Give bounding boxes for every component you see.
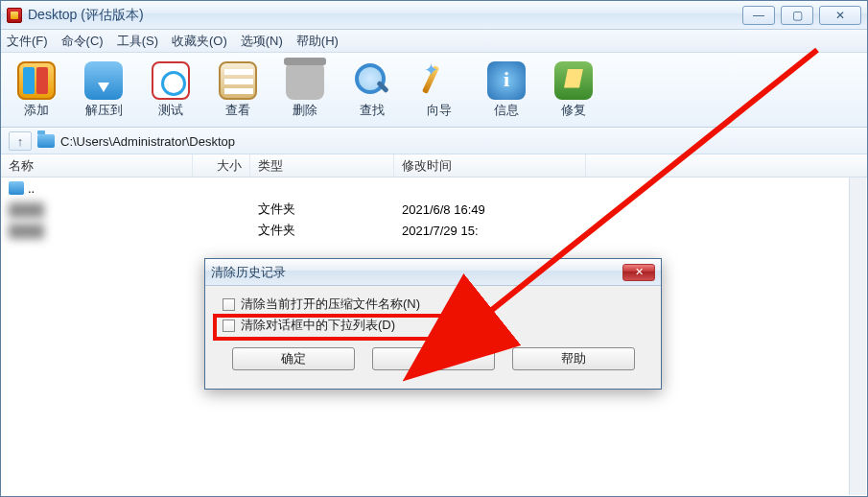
titlebar[interactable]: Desktop (评估版本) — ▢ ✕ bbox=[1, 1, 867, 30]
repair-icon bbox=[554, 61, 593, 100]
list-item-up[interactable]: .. bbox=[1, 178, 867, 199]
dialog-close-button[interactable]: ✕ bbox=[622, 264, 655, 281]
menu-command[interactable]: 命令(C) bbox=[61, 33, 104, 50]
list-item[interactable]: ████ 文件夹 2021/7/29 15: bbox=[1, 220, 867, 241]
find-button[interactable]: 查找 bbox=[344, 61, 400, 119]
path-input[interactable]: C:\Users\Administrator\Desktop bbox=[60, 134, 859, 149]
window-title: Desktop (评估版本) bbox=[28, 7, 144, 24]
add-icon bbox=[17, 61, 56, 100]
clear-history-dialog: 清除历史记录 ✕ 清除当前打开的压缩文件名称(N) 清除对话框中的下拉列表(D)… bbox=[204, 258, 662, 390]
menu-file[interactable]: 文件(F) bbox=[7, 33, 48, 50]
vertical-scrollbar[interactable] bbox=[849, 178, 866, 495]
list-item[interactable]: ████ 文件夹 2021/6/8 16:49 bbox=[1, 199, 867, 220]
info-button[interactable]: 信息 bbox=[479, 61, 534, 119]
main-window: Desktop (评估版本) — ▢ ✕ 文件(F) 命令(C) 工具(S) 收… bbox=[0, 0, 868, 497]
test-button[interactable]: 测试 bbox=[143, 61, 199, 119]
app-icon bbox=[7, 8, 22, 23]
col-date[interactable]: 修改时间 bbox=[394, 154, 586, 177]
minimize-button[interactable]: — bbox=[742, 6, 775, 25]
wizard-button[interactable]: 向导 bbox=[411, 61, 467, 119]
checkbox-icon[interactable] bbox=[223, 298, 235, 311]
pathbar: ↑ C:\Users\Administrator\Desktop bbox=[1, 128, 867, 154]
repair-button[interactable]: 修复 bbox=[546, 61, 601, 119]
checkbox-icon[interactable] bbox=[223, 320, 235, 332]
option-clear-dropdown[interactable]: 清除对话框中的下拉列表(D) bbox=[223, 315, 644, 336]
wizard-icon bbox=[420, 61, 458, 100]
test-icon bbox=[152, 61, 190, 100]
dialog-titlebar[interactable]: 清除历史记录 ✕ bbox=[205, 259, 661, 286]
folder-up-icon bbox=[9, 181, 24, 195]
extract-icon bbox=[84, 61, 123, 100]
option-clear-filenames[interactable]: 清除当前打开的压缩文件名称(N) bbox=[223, 294, 644, 315]
info-icon bbox=[487, 61, 526, 100]
menu-tools[interactable]: 工具(S) bbox=[117, 33, 158, 50]
column-header: 名称 大小 类型 修改时间 bbox=[1, 154, 867, 178]
folder-icon bbox=[37, 134, 55, 148]
dialog-title: 清除历史记录 bbox=[211, 264, 286, 281]
maximize-button[interactable]: ▢ bbox=[781, 6, 813, 25]
delete-icon bbox=[286, 61, 324, 100]
help-button[interactable]: 帮助 bbox=[512, 347, 635, 370]
view-icon bbox=[219, 61, 257, 100]
view-button[interactable]: 查看 bbox=[210, 61, 266, 119]
col-name[interactable]: 名称 bbox=[1, 154, 193, 177]
close-button[interactable]: ✕ bbox=[819, 6, 861, 25]
menubar: 文件(F) 命令(C) 工具(S) 收藏夹(O) 选项(N) 帮助(H) bbox=[1, 30, 867, 53]
toolbar: 添加 解压到 测试 查看 删除 查找 向导 信息 修复 bbox=[1, 53, 867, 128]
add-button[interactable]: 添加 bbox=[9, 61, 64, 119]
extract-button[interactable]: 解压到 bbox=[76, 61, 131, 119]
cancel-button[interactable]: 取消 bbox=[372, 347, 495, 370]
up-button[interactable]: ↑ bbox=[9, 131, 32, 151]
col-size[interactable]: 大小 bbox=[193, 154, 250, 177]
menu-options[interactable]: 选项(N) bbox=[241, 33, 283, 50]
menu-help[interactable]: 帮助(H) bbox=[296, 33, 339, 50]
delete-button[interactable]: 删除 bbox=[277, 61, 333, 119]
find-icon bbox=[353, 61, 391, 100]
ok-button[interactable]: 确定 bbox=[232, 347, 355, 370]
menu-favorites[interactable]: 收藏夹(O) bbox=[172, 33, 227, 50]
col-type[interactable]: 类型 bbox=[250, 154, 394, 177]
